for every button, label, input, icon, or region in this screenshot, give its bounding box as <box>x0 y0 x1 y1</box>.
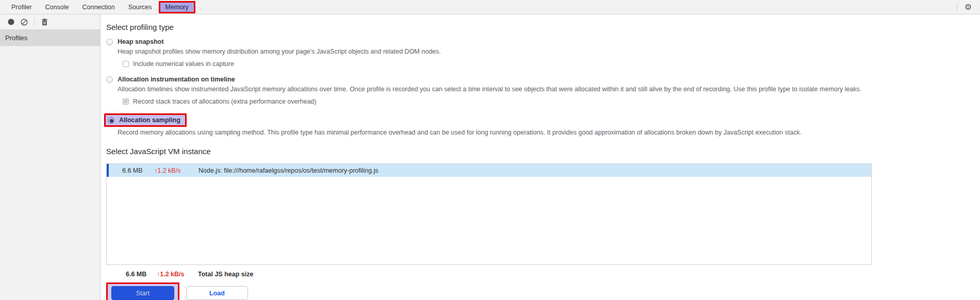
checkbox-label[interactable]: Record stack traces of allocations (extr… <box>133 98 317 105</box>
checkbox-checked-icon[interactable]: ✓ <box>123 98 129 105</box>
checkbox-unchecked-icon[interactable] <box>123 61 129 67</box>
tab-console[interactable]: Console <box>39 1 76 13</box>
tab-memory[interactable]: Memory <box>159 1 195 13</box>
checkbox-include-numerical-values[interactable]: Include numerical values in capture <box>123 60 980 68</box>
rate-value: 1.2 kB/s <box>157 167 180 174</box>
total-heap-row: 6.6 MB ↑1.2 kB/s Total JS heap size <box>126 271 980 278</box>
profiling-type-heading: Select profiling type <box>106 23 980 32</box>
block-icon <box>21 19 28 26</box>
tab-sources[interactable]: Sources <box>122 1 159 13</box>
total-heap-size-value: 6.6 MB <box>126 271 153 278</box>
checkbox-record-stack-traces[interactable]: ✓ Record stack traces of allocations (ex… <box>123 98 980 105</box>
total-heap-label: Total JS heap size <box>198 271 253 278</box>
profiles-toolbar <box>0 14 100 30</box>
settings-gear-icon[interactable]: ⚙ <box>965 3 972 11</box>
radio-label[interactable]: Heap snapshot <box>118 38 164 45</box>
clear-all-button[interactable] <box>18 16 31 28</box>
radio-label[interactable]: Allocation sampling <box>119 116 180 124</box>
tab-profiler[interactable]: Profiler <box>5 1 39 13</box>
sidebar-item-profiles[interactable]: Profiles <box>0 30 100 46</box>
start-button[interactable]: Start <box>111 286 174 300</box>
load-button[interactable]: Load <box>186 286 248 300</box>
record-button[interactable] <box>4 16 18 28</box>
toolbar-separator <box>957 3 957 11</box>
vm-instance-list: 6.6 MB ↑1.2 kB/s Node.js: file:///home/r… <box>106 163 872 265</box>
option-description: Allocation timelines show instrumented J… <box>118 86 980 93</box>
option-description: Record memory allocations using sampling… <box>118 129 980 137</box>
radio-unchecked-icon[interactable] <box>106 39 113 45</box>
profiles-sidebar: Profiles <box>0 14 101 300</box>
heap-growth-rate: ↑1.2 kB/s <box>154 167 186 174</box>
trash-icon <box>41 19 48 26</box>
heap-size-value: 6.6 MB <box>122 167 147 174</box>
radio-checked-icon[interactable] <box>108 117 114 124</box>
memory-panel: Select profiling type Heap snapshot Heap… <box>101 14 980 300</box>
tab-bar-right: ⚙ <box>957 0 980 14</box>
vm-instance-name: Node.js: file:///home/rafaelgss/repos/os… <box>198 167 378 174</box>
option-description: Heap snapshot profiles show memory distr… <box>118 48 980 56</box>
vm-instance-heading: Select JavaScript VM instance <box>106 147 980 156</box>
rate-value: 1.2 kB/s <box>160 271 184 278</box>
toolbar-separator <box>34 18 35 26</box>
radio-option-allocation-sampling[interactable]: Allocation sampling <box>104 113 187 127</box>
radio-option-allocation-timeline[interactable]: Allocation instrumentation on timeline <box>106 76 980 83</box>
radio-unchecked-icon[interactable] <box>106 76 113 83</box>
tab-connection[interactable]: Connection <box>75 1 121 13</box>
action-buttons: Start Load <box>106 282 980 300</box>
checkbox-label[interactable]: Include numerical values in capture <box>133 60 234 68</box>
radio-label[interactable]: Allocation instrumentation on timeline <box>118 76 235 83</box>
start-button-annotation: Start <box>106 282 179 300</box>
radio-option-heap-snapshot[interactable]: Heap snapshot <box>106 38 980 45</box>
total-heap-growth-rate: ↑1.2 kB/s <box>157 271 191 278</box>
record-circle-icon <box>8 19 14 25</box>
devtools-tab-bar: Profiler Console Connection Sources Memo… <box>0 0 980 14</box>
vm-instance-row[interactable]: 6.6 MB ↑1.2 kB/s Node.js: file:///home/r… <box>107 164 871 177</box>
delete-profile-button[interactable] <box>38 16 51 28</box>
